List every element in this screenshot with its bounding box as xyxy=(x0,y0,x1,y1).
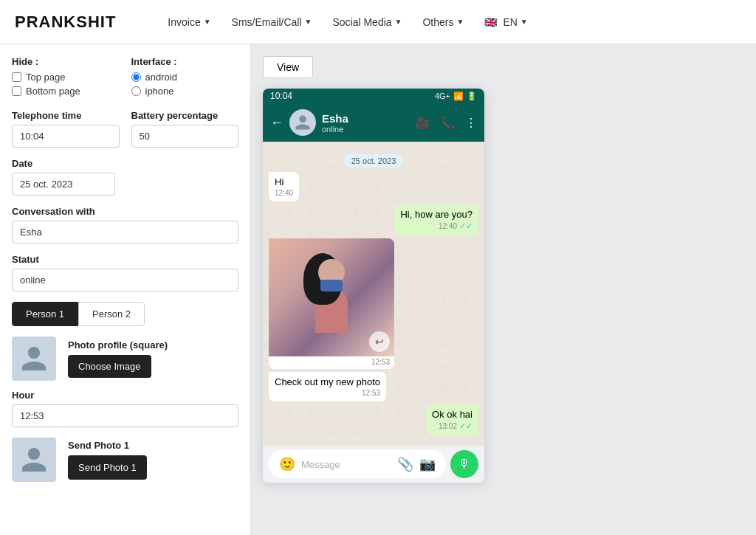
logo: PRANKSHIT xyxy=(15,13,116,32)
bubble-outgoing: Ok ok hai 13:02 ✓✓ xyxy=(426,404,478,435)
bubble-incoming: Hi 12:40 xyxy=(269,172,299,201)
send-photo-label: Send Photo 1 xyxy=(68,440,147,451)
app-header: PRANKSHIT Invoice ▼ Sms/Email/Call ▼ Soc… xyxy=(0,0,756,44)
message-5: Ok ok hai 13:02 ✓✓ xyxy=(269,404,478,435)
bubble-incoming: Check out my new photo 12:53 xyxy=(269,372,386,401)
hide-section: Hide : Top page Bottom page xyxy=(12,56,120,100)
phone-mockup: 10:04 4G+ 📶 🔋 ← Esha online xyxy=(263,89,484,483)
camera-icon[interactable]: 📷 xyxy=(419,456,436,472)
double-check-icon: ✓✓ xyxy=(459,421,472,431)
date-label: Date xyxy=(12,158,238,169)
conversation-section: Conversation with xyxy=(12,206,238,244)
message-4: Check out my new photo 12:53 xyxy=(269,372,478,401)
chevron-down-icon: ▼ xyxy=(457,18,464,26)
telephone-time-section: Telephone time xyxy=(12,110,120,148)
conversation-input[interactable] xyxy=(12,221,238,244)
iphone-radio[interactable] xyxy=(131,86,141,96)
flag-icon: 🇬🇧 xyxy=(484,16,497,28)
phone-call-icon[interactable]: 📞 xyxy=(440,116,455,130)
hour-input[interactable] xyxy=(12,404,238,427)
message-placeholder[interactable]: Message xyxy=(301,459,391,470)
iphone-radio-row: iphone xyxy=(131,86,239,97)
profile-avatar xyxy=(12,336,56,381)
photo-profile-label: Photo profile (square) xyxy=(68,339,168,351)
bottom-page-checkbox-row: Bottom page xyxy=(12,86,120,97)
nav-social[interactable]: Social Media ▼ xyxy=(325,12,409,32)
user-icon xyxy=(19,445,49,474)
android-radio[interactable] xyxy=(131,72,141,82)
double-check-icon: ✓✓ xyxy=(459,221,472,231)
telephone-time-input[interactable] xyxy=(12,125,120,148)
android-radio-row: android xyxy=(131,72,239,83)
chevron-down-icon: ▼ xyxy=(305,18,312,26)
profile-row: Photo profile (square) Choose Image xyxy=(12,336,238,381)
main-nav: Invoice ▼ Sms/Email/Call ▼ Social Media … xyxy=(160,12,535,32)
interface-section: Interface : android iphone xyxy=(131,56,239,100)
messages-list: 25 oct. 2023 Hi 12:40 Hi, how are you? 1… xyxy=(263,142,484,446)
date-section: Date xyxy=(12,158,238,196)
forward-icon[interactable]: ↩ xyxy=(369,331,390,352)
hide-label: Hide : xyxy=(12,56,120,67)
person2-profile-row: Send Photo 1 Send Photo 1 xyxy=(12,438,238,482)
message-time: 12:40 xyxy=(275,189,293,197)
attach-icon[interactable]: 📎 xyxy=(397,456,413,472)
top-page-checkbox[interactable] xyxy=(12,72,21,82)
person-mask xyxy=(320,280,343,291)
signal-4g-icon: 4G+ xyxy=(435,92,450,100)
interface-label: Interface : xyxy=(131,56,239,67)
user-icon xyxy=(19,344,49,373)
chat-input-bar: 🙂 Message 📎 📷 🎙 xyxy=(263,446,484,483)
back-arrow-icon[interactable]: ← xyxy=(270,115,284,131)
person2-avatar xyxy=(12,438,56,482)
status-bar: 10:04 4G+ 📶 🔋 xyxy=(263,89,484,103)
status-time: 10:04 xyxy=(270,91,292,101)
photo-bubble: ↩ 12:53 xyxy=(269,238,394,369)
statut-label: Statut xyxy=(12,254,238,265)
telephone-time-label: Telephone time xyxy=(12,110,120,121)
nav-sms[interactable]: Sms/Email/Call ▼ xyxy=(224,12,320,32)
more-options-icon[interactable]: ⋮ xyxy=(465,116,477,130)
hide-interface-row: Hide : Top page Bottom page Interface : … xyxy=(12,56,238,100)
send-photo-button[interactable]: Send Photo 1 xyxy=(68,455,147,480)
message-3-photo: ↩ 12:53 xyxy=(269,238,478,369)
battery-input[interactable] xyxy=(131,125,239,148)
person-body xyxy=(309,253,354,342)
person2-tab[interactable]: Person 2 xyxy=(78,302,145,326)
statut-section: Statut xyxy=(12,254,238,291)
person-figure xyxy=(309,259,354,348)
message-time: 12:40 ✓✓ xyxy=(400,221,472,231)
contact-status: online xyxy=(322,125,409,134)
status-icons: 4G+ 📶 🔋 xyxy=(435,92,477,101)
statut-input[interactable] xyxy=(12,269,238,291)
mic-icon: 🎙 xyxy=(458,458,470,471)
message-text: Check out my new photo xyxy=(275,376,380,387)
contact-info: Esha online xyxy=(322,112,409,134)
chat-preview: View 10:04 4G+ 📶 🔋 ← xyxy=(251,44,756,535)
view-button[interactable]: View xyxy=(263,56,313,78)
send-photo-section: Send Photo 1 Send Photo 1 xyxy=(68,440,147,480)
choose-image-button[interactable]: Choose Image xyxy=(68,355,151,378)
message-text: Hi xyxy=(275,176,284,187)
message-input-box: 🙂 Message 📎 📷 xyxy=(269,450,446,478)
nav-invoice[interactable]: Invoice ▼ xyxy=(160,12,218,32)
signal-bars-icon: 📶 xyxy=(453,92,464,101)
emoji-icon[interactable]: 🙂 xyxy=(279,456,295,472)
hour-section: Hour xyxy=(12,390,238,427)
message-2: Hi, how are you? 12:40 ✓✓ xyxy=(269,204,478,235)
person1-tab[interactable]: Person 1 xyxy=(12,302,78,326)
contact-name: Esha xyxy=(322,112,409,125)
chevron-down-icon: ▼ xyxy=(395,18,402,26)
photo-profile-section: Photo profile (square) Choose Image xyxy=(68,339,168,378)
chat-header-icons: 🎥 📞 ⋮ xyxy=(415,116,477,130)
chevron-down-icon: ▼ xyxy=(520,18,528,26)
person-tabs: Person 1 Person 2 xyxy=(12,302,238,326)
hour-label: Hour xyxy=(12,390,238,401)
photo-image: ↩ xyxy=(269,238,394,356)
nav-others[interactable]: Others ▼ xyxy=(415,12,471,32)
mic-button[interactable]: 🎙 xyxy=(450,450,478,478)
bottom-page-checkbox[interactable] xyxy=(12,86,21,96)
date-input[interactable] xyxy=(12,173,115,196)
nav-lang[interactable]: 🇬🇧 EN ▼ xyxy=(477,12,535,32)
message-text: Ok ok hai xyxy=(432,409,472,420)
video-call-icon[interactable]: 🎥 xyxy=(415,116,430,130)
